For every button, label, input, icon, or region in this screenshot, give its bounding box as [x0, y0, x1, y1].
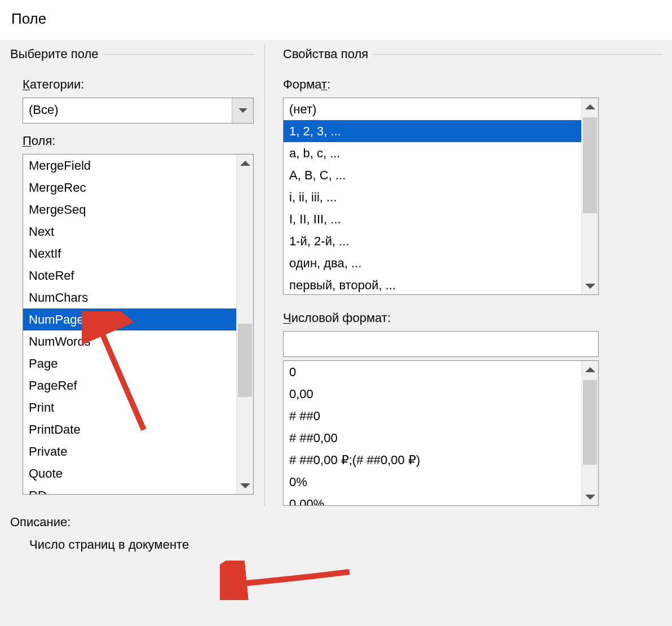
list-item[interactable]: I, II, III, ... — [284, 208, 598, 230]
categories-label: Категории: — [10, 75, 254, 94]
scrollbar[interactable] — [236, 155, 253, 494]
list-item[interactable]: NumWords — [23, 330, 253, 352]
scrollbar[interactable] — [581, 98, 598, 294]
numformat-label: Числовой формат: — [283, 308, 662, 328]
scroll-thumb[interactable] — [583, 117, 597, 213]
scroll-down-button[interactable] — [582, 277, 599, 294]
list-item[interactable]: Page — [23, 352, 253, 374]
annotation-arrow-icon — [220, 561, 361, 600]
select-field-header: Выберите поле — [10, 47, 99, 61]
scroll-down-button[interactable] — [582, 488, 599, 505]
list-item[interactable]: PageRef — [23, 374, 253, 396]
caret-up-icon — [240, 161, 250, 166]
list-item[interactable]: первый, второй, ... — [284, 274, 598, 295]
list-item[interactable]: PrintDate — [23, 418, 253, 440]
caret-down-icon — [585, 495, 595, 500]
list-item[interactable]: NoteRef — [23, 264, 253, 286]
dropdown-button[interactable] — [232, 98, 253, 123]
divider-line — [103, 54, 254, 55]
description-section: Описание: Число страниц в документе — [0, 506, 672, 552]
list-item[interactable]: NumPages — [23, 308, 253, 330]
list-item[interactable]: один, два, ... — [284, 252, 598, 274]
dialog-title: Поле — [0, 0, 672, 40]
list-item[interactable]: A, B, C, ... — [284, 164, 598, 186]
list-item[interactable]: # ##0,00 — [284, 427, 598, 449]
list-item[interactable]: Next — [23, 221, 253, 243]
description-text: Число страниц в документе — [10, 537, 672, 552]
list-item[interactable]: 0 — [284, 361, 598, 383]
list-item[interactable]: 0% — [284, 471, 598, 493]
list-item[interactable]: 0,00 — [284, 383, 598, 405]
caret-down-icon — [240, 483, 250, 488]
list-item[interactable]: NextIf — [23, 243, 253, 264]
list-item[interactable]: RD — [23, 484, 253, 495]
caret-down-icon — [585, 284, 595, 289]
scroll-thumb[interactable] — [238, 324, 252, 397]
list-item[interactable]: NumChars — [23, 286, 253, 308]
right-panel: Свойства поля Формат: (нет)1, 2, 3, ...a… — [265, 45, 672, 506]
scroll-up-button[interactable] — [237, 155, 254, 171]
caret-up-icon — [585, 367, 595, 372]
fields-label: Поля: — [10, 131, 254, 151]
scroll-thumb[interactable] — [583, 380, 597, 465]
scroll-down-button[interactable] — [237, 477, 254, 494]
list-item[interactable]: # ##0,00 ₽;(# ##0,00 ₽) — [284, 449, 598, 471]
list-item[interactable]: Print — [23, 396, 253, 418]
list-item[interactable]: (нет) — [284, 98, 598, 120]
categories-value: (Все) — [23, 98, 232, 123]
fields-listbox[interactable]: MergeFieldMergeRecMergeSeqNextNextIfNote… — [23, 154, 254, 495]
left-panel: Выберите поле Категории: (Все) Поля: Mer… — [0, 45, 265, 506]
format-listbox[interactable]: (нет)1, 2, 3, ...a, b, c, ...A, B, C, ..… — [283, 98, 599, 295]
list-item[interactable]: i, ii, iii, ... — [284, 186, 598, 208]
list-item[interactable]: MergeSeq — [23, 199, 253, 221]
list-item[interactable]: MergeField — [23, 155, 253, 177]
format-label: Формат: — [283, 75, 662, 94]
list-item[interactable]: 0,00% — [284, 493, 598, 506]
field-props-header: Свойства поля — [283, 47, 368, 61]
list-item[interactable]: # ##0 — [284, 405, 598, 427]
list-item[interactable]: Quote — [23, 462, 253, 484]
scroll-up-button[interactable] — [582, 98, 599, 115]
numformat-input[interactable] — [283, 331, 599, 357]
list-item[interactable]: Private — [23, 440, 253, 462]
numformat-listbox[interactable]: 00,00# ##0# ##0,00# ##0,00 ₽;(# ##0,00 ₽… — [283, 360, 599, 506]
list-item[interactable]: a, b, c, ... — [284, 142, 598, 164]
scroll-up-button[interactable] — [582, 361, 599, 378]
description-label: Описание: — [10, 515, 672, 537]
scrollbar[interactable] — [581, 361, 598, 505]
list-item[interactable]: 1-й, 2-й, ... — [284, 230, 598, 252]
list-item[interactable]: MergeRec — [23, 177, 253, 199]
chevron-down-icon — [238, 108, 247, 113]
list-item[interactable]: 1, 2, 3, ... — [284, 120, 598, 142]
caret-up-icon — [585, 104, 595, 109]
categories-dropdown[interactable]: (Все) — [23, 98, 254, 124]
divider-line — [373, 54, 662, 55]
